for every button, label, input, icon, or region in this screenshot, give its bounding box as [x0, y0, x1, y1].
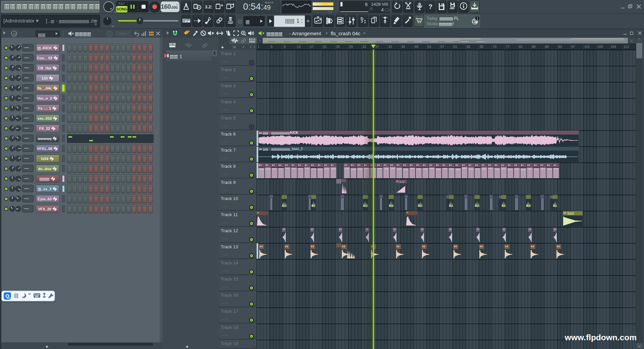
svg-text:fx04: fx04	[568, 212, 574, 215]
svg-text:1: 1	[477, 17, 479, 20]
svg-text:10: 10	[13, 32, 16, 36]
svg-text:V..0: V..0	[399, 181, 404, 184]
svg-text:?: ?	[428, 3, 432, 10]
svg-text:3.2:: 3.2:	[205, 4, 212, 9]
